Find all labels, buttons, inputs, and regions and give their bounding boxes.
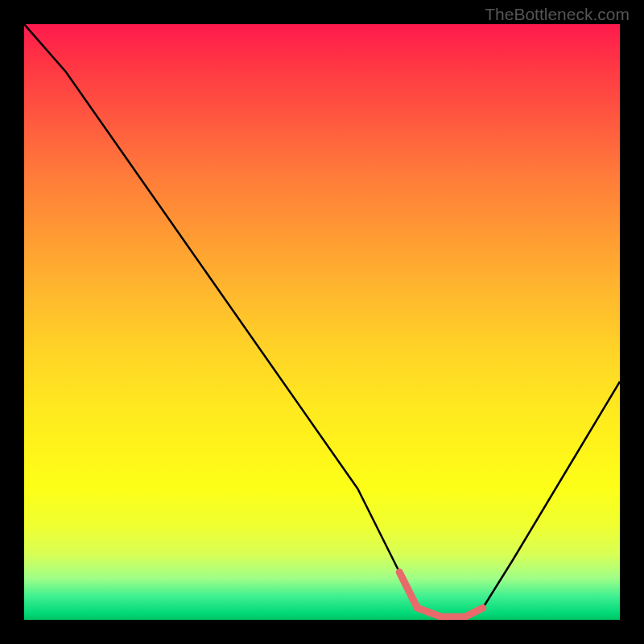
bottleneck-curve (24, 24, 620, 617)
chart-plot-area (24, 24, 620, 620)
optimal-range-highlight (399, 572, 483, 617)
watermark-text: TheBottleneck.com (485, 5, 630, 24)
chart-svg (24, 24, 620, 620)
